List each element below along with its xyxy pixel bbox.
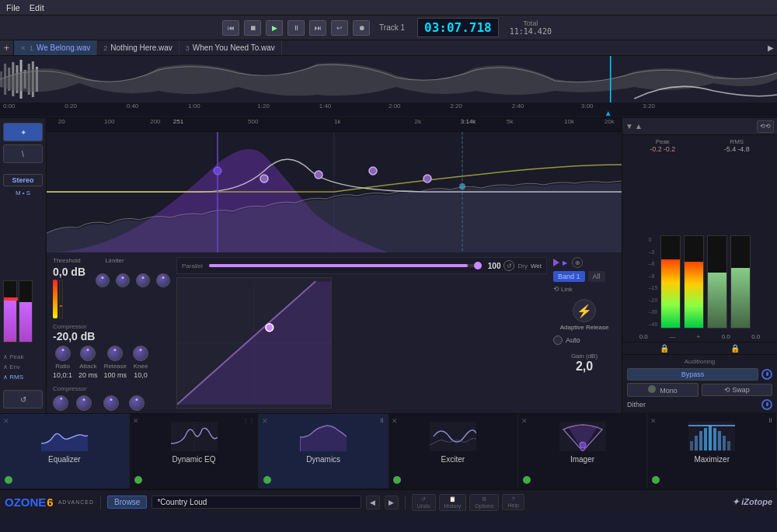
prev-preset-button[interactable]: ◀ xyxy=(366,495,380,509)
bypass-power-button[interactable] xyxy=(761,369,772,380)
meter-lock-right[interactable]: 🔒 xyxy=(730,344,740,353)
comp2-release-knob[interactable]: Release 50 ms xyxy=(100,395,123,413)
svg-rect-36 xyxy=(690,441,693,450)
compressor1-value: -20,0 dB xyxy=(53,330,170,342)
module-dynamic-eq[interactable]: ✕ Dynamic EQ ⋮⋮ xyxy=(130,414,260,489)
parallel-slider[interactable] xyxy=(209,264,482,267)
exciter-power[interactable] xyxy=(393,476,401,484)
comp1-knee-knob[interactable]: Knee 10,0 xyxy=(133,346,148,379)
auto-toggle[interactable] xyxy=(553,336,563,345)
browse-button[interactable]: Browse xyxy=(107,495,147,509)
parallel-reset-button[interactable]: ↺ xyxy=(503,260,514,271)
left-controls-panel: ✦ \ Stereo M • S -1.2 ∧ Peak ∧ xyxy=(0,118,47,413)
dither-power-button[interactable] xyxy=(761,399,772,410)
limiter-knob-3[interactable] xyxy=(136,273,150,287)
module-exciter[interactable]: ✕ Exciter xyxy=(388,414,518,489)
all-button[interactable]: All xyxy=(588,271,605,282)
rms-mode-button[interactable]: ∧ RMS xyxy=(3,374,23,381)
svg-rect-38 xyxy=(699,431,702,450)
dynamics-pause[interactable]: ⏸ xyxy=(378,417,385,424)
track-tab-1[interactable]: ✕ 1 We Belong.wav xyxy=(14,40,97,55)
equalizer-label: Equalizer xyxy=(48,455,81,464)
dynamics-close[interactable]: ✕ xyxy=(262,417,268,425)
link-channels-button[interactable]: ⟲⟲ xyxy=(757,120,774,133)
equalizer-power[interactable] xyxy=(5,476,12,484)
tracks-scroll-right[interactable]: ▶ xyxy=(765,40,777,55)
maximizer-pause[interactable]: ⏸ xyxy=(767,417,773,424)
total-label: Total xyxy=(523,19,538,27)
maximizer-close[interactable]: ✕ xyxy=(650,417,657,425)
help-button[interactable]: ? Help xyxy=(502,494,524,510)
options-button[interactable]: ⚙ Options xyxy=(469,494,499,511)
track-close-1[interactable]: ✕ xyxy=(20,44,26,52)
undo-action-button[interactable]: ↺ Undo xyxy=(412,494,436,511)
bottom-bar: OZONE 6 ADVANCED Browse ◀ ▶ ↺ Undo 📋 His… xyxy=(0,489,777,514)
menu-file[interactable]: File xyxy=(6,3,20,12)
track-tab-2[interactable]: 2 Nothing Here.wav xyxy=(97,40,179,55)
stereo-mode-button[interactable]: Stereo xyxy=(3,174,43,186)
svg-point-22 xyxy=(369,167,377,175)
add-track-button[interactable]: + xyxy=(0,40,14,55)
stop-button[interactable]: ⏹ xyxy=(244,20,261,36)
comp2-knee-knob[interactable]: Knee 10,0 xyxy=(129,395,145,413)
right-panel: ▼ ▲ ⟲⟲ Peak -0.2 -0.2 RMS -5.4 xyxy=(622,118,777,413)
band-forward-icon[interactable]: ▶ xyxy=(563,259,567,266)
module-dynamics[interactable]: ✕ Dynamics ⏸ xyxy=(259,414,388,489)
limiter-knob-1[interactable] xyxy=(96,273,110,287)
threshold-slider[interactable] xyxy=(53,280,57,318)
comp1-ratio-knob[interactable]: Ratio 10,0:1 xyxy=(53,346,72,379)
history-button[interactable]: 📋 History xyxy=(439,494,467,511)
track-tabs: + ✕ 1 We Belong.wav 2 Nothing Here.wav 3… xyxy=(0,40,777,56)
imager-power[interactable] xyxy=(523,476,531,484)
limiter-knob-2[interactable] xyxy=(116,273,130,287)
meter-lock-left[interactable]: 🔒 xyxy=(660,344,669,353)
preset-name-field[interactable] xyxy=(152,495,361,509)
dynamics-power[interactable] xyxy=(263,476,271,484)
forward-button[interactable]: ⏭ xyxy=(309,20,326,36)
comp1-release-knob[interactable]: Release 100 ms xyxy=(104,346,127,379)
dynamic-eq-menu[interactable]: ⋮⋮ xyxy=(242,417,255,424)
mono-button[interactable]: Mono xyxy=(627,383,699,397)
maximizer-label: Maximizer xyxy=(694,455,730,464)
maximizer-power[interactable] xyxy=(652,476,660,484)
tool-draw-button[interactable]: \ xyxy=(3,144,43,163)
ms-mode-button[interactable]: M • S xyxy=(3,190,43,196)
tool-cursor-button[interactable]: ✦ xyxy=(3,123,43,141)
next-preset-button[interactable]: ▶ xyxy=(385,495,399,509)
rewind-button[interactable]: ⏮ xyxy=(222,20,239,36)
swap-button[interactable]: ⟲ Swap xyxy=(702,384,773,396)
peak-mode-button[interactable]: ∧ Peak xyxy=(3,353,23,360)
module-imager[interactable]: ✕ Imager xyxy=(518,414,648,489)
bypass-button[interactable]: Bypass xyxy=(627,368,758,381)
module-equalizer[interactable]: ✕ Equalizer xyxy=(0,414,130,489)
izotope-logo: ✦ iZotope xyxy=(732,497,772,507)
pause-button[interactable]: ⏸ xyxy=(287,20,305,36)
comp2-attack-knob[interactable]: Attack 20 ms xyxy=(75,395,94,413)
record-button[interactable]: ⏺ xyxy=(353,20,370,36)
comp2-ratio-knob[interactable]: Ratio 2,0:1 xyxy=(53,395,68,413)
loop-button[interactable]: ↩ xyxy=(331,20,348,36)
right-panel-down-arrow[interactable]: ▼ xyxy=(625,122,633,130)
env-mode-button[interactable]: ∧ Env xyxy=(3,363,20,370)
undo-button[interactable]: ↺ xyxy=(3,390,43,409)
band1-button[interactable]: Band 1 xyxy=(553,271,585,282)
vu-meter-right xyxy=(19,280,33,342)
track-tab-3[interactable]: 3 When You Need To.wav xyxy=(179,40,282,55)
right-panel-up-arrow[interactable]: ▲ xyxy=(635,122,643,130)
dynamic-eq-power[interactable] xyxy=(134,476,142,484)
equalizer-close[interactable]: ✕ xyxy=(3,417,9,425)
link-button[interactable]: Link xyxy=(561,286,573,293)
imager-close[interactable]: ✕ xyxy=(521,417,528,425)
dynamics-icon xyxy=(300,419,347,454)
menu-edit[interactable]: Edit xyxy=(30,3,44,12)
limiter-knob-4[interactable] xyxy=(156,273,170,287)
module-maximizer[interactable]: ✕ Maximizer ⏸ xyxy=(647,414,777,489)
ozone-logo: OZONE 6 ADVANCED xyxy=(5,495,94,509)
waveform-container[interactable]: 0:00 0:20 0:40 1:00 1:20 1:40 2:00 2:20 … xyxy=(0,56,777,118)
adaptive-release-button[interactable]: ⚡ xyxy=(573,299,596,322)
play-button[interactable]: ▶ xyxy=(266,20,283,36)
dynamic-eq-close[interactable]: ✕ xyxy=(133,417,139,425)
comp1-attack-knob[interactable]: Attack 20 ms xyxy=(78,346,98,379)
exciter-close[interactable]: ✕ xyxy=(392,417,398,425)
globe-button[interactable]: ⊕ xyxy=(572,257,583,268)
